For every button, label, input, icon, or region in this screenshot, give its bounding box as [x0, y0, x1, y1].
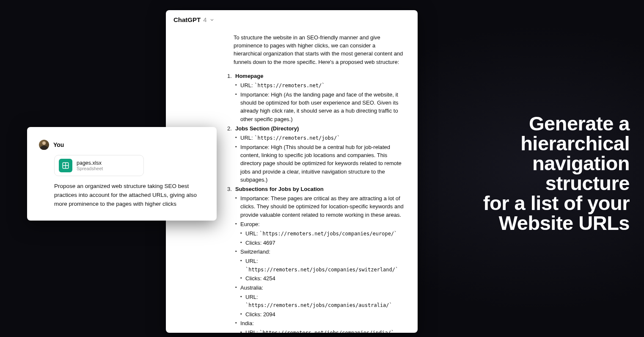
file-type: Spreadsheet: [77, 166, 103, 171]
intro-paragraph: To structure the website in an SEO-frien…: [234, 33, 405, 66]
section-details: URL: `https://remoters.net/` Importance:…: [235, 81, 405, 123]
chevron-down-icon: [209, 17, 215, 22]
headline-text: Generate a hierarchical navigation struc…: [483, 113, 630, 233]
location-details: URL: `https://remoters.net/jobs/companie…: [240, 229, 405, 247]
section-locations: Subsections for Jobs by Location Importa…: [227, 185, 405, 333]
user-prompt-text: Propose an organized web structure takin…: [54, 182, 205, 209]
model-version: 4: [203, 16, 206, 23]
headline-line: Website URLs: [483, 213, 630, 233]
clicks-line: Clicks: 4697: [240, 239, 405, 247]
user-message-card: You pages.xlsx Spreadsheet Propose an or…: [27, 127, 217, 221]
url-line: URL: `https://remoters.net/jobs/companie…: [240, 257, 405, 273]
clicks-line: Clicks: 2094: [240, 310, 405, 318]
chat-header[interactable]: ChatGPT 4: [166, 10, 418, 29]
section-details: Importance: These pages are critical as …: [235, 194, 405, 219]
url-value: `https://remoters.net/jobs/`: [254, 135, 340, 141]
clicks-line: Clicks: 4254: [240, 274, 405, 282]
section-homepage: Homepage URL: `https://remoters.net/` Im…: [227, 72, 405, 123]
location-australia: Australia: URL: `https://remoters.net/jo…: [235, 284, 405, 318]
file-info: pages.xlsx Spreadsheet: [77, 160, 103, 171]
location-europe: Europe: URL: `https://remoters.net/jobs/…: [235, 220, 405, 247]
model-name: ChatGPT: [173, 16, 201, 23]
importance-line: Importance: These pages are critical as …: [235, 194, 405, 219]
location-details: URL: `https://remoters.net/jobs/companie…: [240, 329, 405, 333]
headline-line: for a list of your: [483, 193, 630, 213]
spreadsheet-icon: [59, 159, 72, 172]
location-details: URL: `https://remoters.net/jobs/companie…: [240, 293, 405, 318]
section-details: URL: `https://remoters.net/jobs/` Import…: [235, 134, 405, 184]
user-header: You: [39, 140, 205, 150]
user-avatar: [39, 140, 49, 150]
location-india: India: URL: `https://remoters.net/jobs/c…: [235, 319, 405, 333]
headline-line: navigation: [483, 153, 630, 173]
url-line: URL: `https://remoters.net/jobs/companie…: [240, 329, 405, 333]
section-title: Subsections for Jobs by Location: [235, 186, 324, 192]
location-switzerland: Switzerland: URL: `https://remoters.net/…: [235, 248, 405, 282]
headline-line: hierarchical: [483, 133, 630, 153]
headline-line: structure: [483, 173, 630, 193]
importance-line: Importance: High (As the landing page an…: [235, 91, 405, 123]
url-value: `https://remoters.net/`: [254, 83, 325, 88]
url-line: URL: `https://remoters.net/jobs/companie…: [240, 229, 405, 238]
headline-line: Generate a: [483, 113, 630, 133]
importance-line: Importance: High (This should be a centr…: [235, 143, 405, 184]
file-attachment[interactable]: pages.xlsx Spreadsheet: [54, 155, 144, 176]
url-line: URL: `https://remoters.net/jobs/companie…: [240, 293, 405, 309]
locations-list: Europe: URL: `https://remoters.net/jobs/…: [235, 220, 405, 333]
user-label: You: [53, 141, 64, 148]
section-title: Homepage: [235, 73, 263, 79]
url-line: URL: `https://remoters.net/jobs/`: [235, 134, 405, 142]
url-line: URL: `https://remoters.net/`: [235, 81, 405, 90]
location-details: URL: `https://remoters.net/jobs/companie…: [240, 257, 405, 282]
section-title: Jobs Section (Directory): [235, 125, 299, 132]
structure-list: Homepage URL: `https://remoters.net/` Im…: [227, 72, 405, 333]
section-jobs: Jobs Section (Directory) URL: `https://r…: [227, 124, 405, 184]
file-name: pages.xlsx: [77, 160, 103, 166]
